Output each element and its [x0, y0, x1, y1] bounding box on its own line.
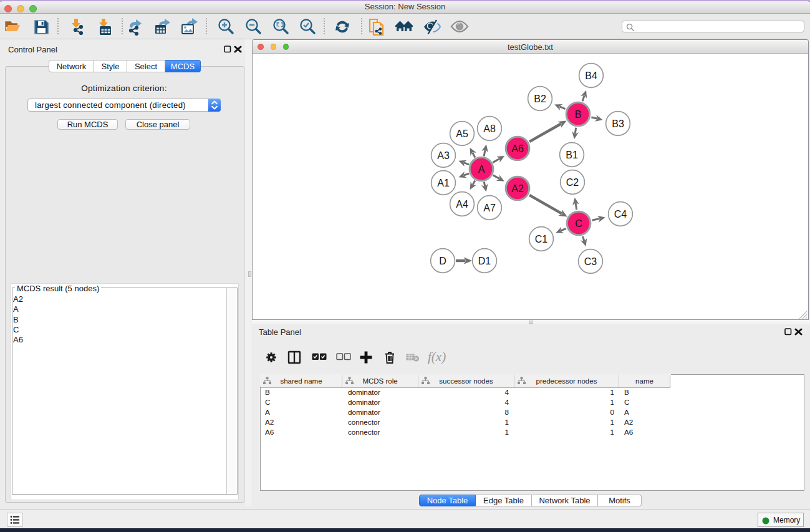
svg-text:A4: A4 [456, 199, 468, 210]
svg-text:B2: B2 [534, 94, 546, 104]
svg-text:C1: C1 [535, 234, 548, 244]
svg-text:A8: A8 [483, 123, 496, 134]
svg-text:C4: C4 [614, 209, 627, 220]
svg-text:D: D [439, 256, 446, 266]
svg-text:C3: C3 [584, 256, 597, 267]
svg-text:B1: B1 [566, 150, 578, 160]
svg-text:A5: A5 [456, 128, 468, 139]
svg-text:A: A [478, 164, 485, 175]
svg-text:A1: A1 [437, 178, 450, 188]
svg-text:C2: C2 [566, 177, 579, 188]
svg-text:B4: B4 [585, 70, 597, 81]
svg-text:B: B [575, 109, 582, 120]
svg-text:A3: A3 [437, 150, 450, 161]
svg-text:A6: A6 [511, 143, 524, 154]
svg-text:C: C [575, 218, 582, 229]
svg-text:A7: A7 [483, 203, 496, 213]
svg-text:D1: D1 [478, 256, 491, 266]
svg-text:A2: A2 [511, 183, 524, 194]
svg-text:B3: B3 [612, 118, 624, 129]
